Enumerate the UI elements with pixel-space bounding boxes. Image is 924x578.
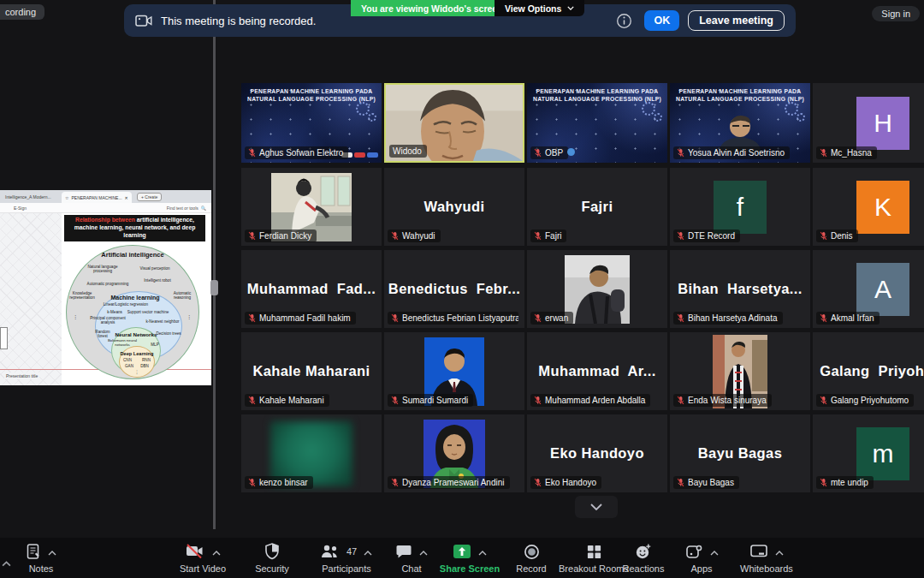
muted-mic-icon <box>534 313 542 323</box>
gear-icon <box>797 113 805 122</box>
panel-resize-handle[interactable] <box>210 280 218 295</box>
chat-icon <box>395 543 428 560</box>
ok-button[interactable]: OK <box>644 10 679 31</box>
participant-tile[interactable]: Kahale MaharaniKahale Maharani <box>241 332 382 410</box>
participant-tile[interactable]: Bayu BagasBayu Bagas <box>670 414 810 492</box>
participant-name-label: Widodo <box>389 145 427 158</box>
participant-name-text: mte undip <box>831 478 868 487</box>
participant-name-text: Muhammad Fadil hakim <box>259 313 351 323</box>
info-icon[interactable] <box>616 13 632 29</box>
participant-tile[interactable]: AAkmal Irfan <box>813 250 924 328</box>
toolbar-label: Security <box>255 563 289 574</box>
toolbar-whiteboards[interactable]: Whiteboards <box>726 543 808 574</box>
participant-name-text: Aghus Sofwan Elektro <box>259 148 343 158</box>
chevron-up-icon[interactable] <box>775 544 784 559</box>
shield-icon <box>264 543 280 560</box>
participant-name-text: Wahyudi <box>402 231 435 241</box>
participant-tile[interactable]: Sumardi Sumardi <box>384 332 524 410</box>
participant-tile[interactable]: Widodo <box>384 83 524 163</box>
participant-name-label: Benedictus Febrian Listyaputra <box>388 312 518 325</box>
more-participants-button[interactable] <box>575 496 618 518</box>
participant-name-text: erwan <box>545 313 568 323</box>
gear-icon <box>356 102 370 116</box>
view-options-button[interactable]: View Options <box>495 0 584 16</box>
toolbar-security[interactable]: Security <box>231 543 313 574</box>
record-icon <box>524 543 540 560</box>
muted-mic-icon <box>820 396 827 405</box>
participant-tile[interactable]: FajriFajri <box>527 168 667 246</box>
avatar: m <box>856 427 909 480</box>
participant-tile[interactable]: Enda Wista sinuraya <box>670 332 810 410</box>
participant-tile[interactable]: Bihan Harsetya...Bihan Harsetya Adinata <box>670 250 810 328</box>
participant-name-label: Ferdian Dicky <box>245 229 317 242</box>
participant-tile[interactable]: mmte undip <box>813 414 924 492</box>
participant-name-label: Kahale Maharani <box>245 394 329 407</box>
participant-name-text: Fajri <box>545 231 561 241</box>
participant-tile[interactable]: Ferdian Dicky <box>241 168 382 246</box>
participant-tile[interactable]: PENERAPAN MACHINE LEARNING PADA NATURAL … <box>670 83 810 163</box>
participant-tile[interactable]: WahyudiWahyudi <box>384 168 524 246</box>
muted-mic-icon <box>820 313 827 323</box>
participant-tile[interactable]: fDTE Record <box>670 168 810 246</box>
slide-heading: Relationship between artificial intellig… <box>64 215 205 241</box>
muted-mic-icon <box>391 396 399 405</box>
gear-icon <box>654 113 662 122</box>
diagram-label: Random forest <box>91 330 115 339</box>
slide-title-text: PENERAPAN MACHINE LEARNING PADA NATURAL … <box>673 87 807 103</box>
chevron-up-icon[interactable] <box>212 544 221 559</box>
muted-mic-icon <box>248 231 256 241</box>
diagram-label: Automatic programming <box>77 282 139 286</box>
diagram-label: Support vector machine <box>109 310 187 314</box>
diagram-label: ⋮ <box>135 370 139 375</box>
participant-tile[interactable]: KDenis <box>813 168 924 246</box>
chevron-up-icon[interactable] <box>478 544 487 559</box>
participant-tile[interactable]: erwan <box>527 250 667 328</box>
participants-icon: 47 <box>321 543 372 560</box>
participant-name-label: Muhammad Fadil hakim <box>245 312 356 325</box>
participant-name-text: Widodo <box>393 146 422 156</box>
participant-name-label: Mc_Hasna <box>816 146 877 159</box>
participant-name-text: Dyanza Prameswari Andini <box>402 478 505 487</box>
participant-name-label: OBP <box>530 146 568 159</box>
participant-tile[interactable]: PENERAPAN MACHINE LEARNING PADA NATURAL … <box>527 83 667 163</box>
muted-mic-icon <box>391 313 399 323</box>
participant-tile[interactable]: Galang Priyohu...Galang Priyohutomo <box>813 332 924 410</box>
slide-heading-red: Relationship between <box>75 217 135 223</box>
participant-tile[interactable]: Benedictus Febr...Benedictus Febrian Lis… <box>384 250 524 328</box>
participant-name-label: DTE Record <box>673 229 740 242</box>
toolbar-label: Apps <box>690 563 712 574</box>
recording-camera-icon <box>135 15 152 27</box>
viewing-screen-banner: You are viewing Widodo's screen <box>351 0 513 16</box>
sign-in-button[interactable]: Sign in <box>872 6 920 21</box>
toolbar-label: Participants <box>322 563 370 574</box>
muted-mic-icon <box>820 478 827 487</box>
toolbar-notes[interactable]: Notes <box>0 543 82 574</box>
panel-divider <box>213 0 216 529</box>
chevron-up-icon[interactable] <box>710 544 719 559</box>
diagram-label: Artificial intelligence <box>101 252 163 259</box>
participant-name-text: Sumardi Sumardi <box>402 396 468 405</box>
chevron-up-icon[interactable] <box>48 544 56 559</box>
participant-tile[interactable]: kenzo binsar <box>241 414 382 492</box>
participant-name-label: Enda Wista sinuraya <box>673 394 772 407</box>
participant-name-label: Muhammad Arden Abdalla <box>530 394 650 407</box>
participant-tile[interactable]: Eko HandoyoEko Handoyo <box>527 414 667 492</box>
recording-notice-text: This meeting is being recorded. <box>161 15 316 27</box>
participant-tile[interactable]: PENERAPAN MACHINE LEARNING PADA NATURAL … <box>241 83 382 163</box>
participant-tile[interactable]: HMc_Hasna <box>813 83 924 163</box>
diagram-label: Neural Networks <box>116 331 157 337</box>
participant-tile[interactable]: Muhammad Fad...Muhammad Fadil hakim <box>241 250 382 328</box>
muted-mic-icon <box>248 478 256 487</box>
leave-meeting-button[interactable]: Leave meeting <box>688 10 785 31</box>
participant-name-label: mte undip <box>816 476 874 489</box>
chevron-up-icon[interactable] <box>419 544 428 559</box>
diagram-label: k-Nearest neighbor <box>135 319 190 324</box>
gear-icon <box>368 113 376 122</box>
diagram-label: Linear/Logistic regression <box>90 302 162 307</box>
slide-title-text: PENERAPAN MACHINE LEARNING PADA NATURAL … <box>530 87 664 103</box>
diagram-label: CNN <box>123 358 132 362</box>
participant-tile[interactable]: Dyanza Prameswari Andini <box>384 414 524 492</box>
gear-icon <box>642 102 655 116</box>
participant-tile[interactable]: Muhammad Ar...Muhammad Arden Abdalla <box>527 332 667 410</box>
muted-mic-icon <box>677 231 684 241</box>
